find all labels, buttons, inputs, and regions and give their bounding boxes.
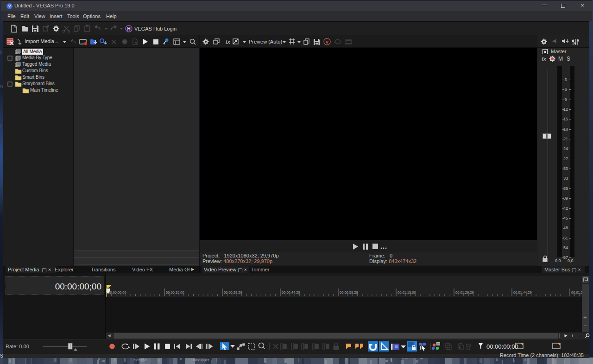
svg-text:00:00:44;29: 00:00:44;29 [282,290,300,295]
svg-text:00:00:00;00: 00:00:00;00 [108,290,126,295]
svg-text:H: H [127,26,130,31]
svg-text:Preview (Auto): Preview (Auto) [249,39,282,44]
svg-text:00:01:44;29: 00:01:44;29 [513,290,532,295]
svg-text:00:00:59;28: 00:00:59;28 [340,290,358,295]
svg-text:V: V [326,40,328,44]
svg-text:fx: fx [226,38,231,45]
svg-text:Import Media...: Import Media... [25,38,58,44]
svg-text:Rate: 0,00: Rate: 0,00 [6,344,29,349]
svg-text:00:00:15;00: 00:00:15;00 [166,290,184,295]
svg-text:00:01:15;00: 00:01:15;00 [397,290,416,295]
svg-text:00:00:00;00: 00:00:00;00 [486,343,518,350]
svg-text:00:01:59;28: 00:01:59;28 [571,290,582,295]
svg-text:VEGAS Hub Login: VEGAS Hub Login [134,26,177,31]
svg-text:00:01:29;29: 00:01:29;29 [455,290,474,295]
svg-text:00:00:29;29: 00:00:29;29 [224,290,242,295]
